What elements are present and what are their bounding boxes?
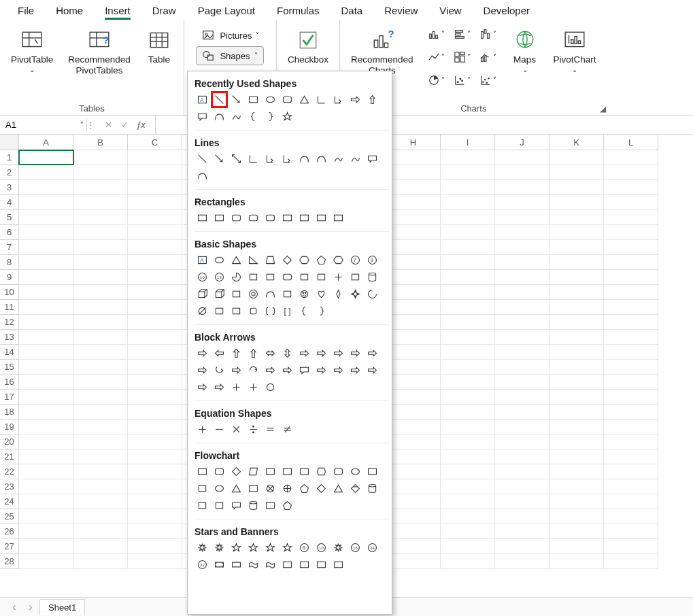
- column-header[interactable]: H: [386, 135, 441, 150]
- shape-thumb[interactable]: [195, 168, 210, 184]
- shape-thumb[interactable]: [297, 362, 312, 378]
- shape-thumb[interactable]: [297, 210, 312, 226]
- shape-thumb[interactable]: 24: [365, 540, 380, 555]
- shape-thumb[interactable]: [212, 379, 227, 395]
- pivottable-button[interactable]: PivotTable ⌄: [7, 24, 57, 76]
- shape-thumb[interactable]: [195, 345, 210, 361]
- shape-thumb[interactable]: [263, 269, 278, 285]
- shape-thumb[interactable]: [297, 345, 312, 361]
- shape-thumb[interactable]: [229, 252, 244, 268]
- shape-thumb[interactable]: [280, 422, 295, 437]
- row-header[interactable]: 4: [0, 195, 18, 210]
- chart-line-button[interactable]: ˅: [424, 48, 449, 67]
- shape-thumb[interactable]: [280, 362, 295, 378]
- shape-thumb[interactable]: [348, 286, 363, 302]
- shape-thumb[interactable]: [195, 151, 210, 167]
- shape-thumb[interactable]: [331, 481, 346, 496]
- column-header[interactable]: J: [495, 135, 550, 150]
- shape-thumb[interactable]: [365, 286, 380, 302]
- shape-thumb[interactable]: [297, 151, 312, 167]
- shape-thumb[interactable]: [246, 422, 261, 437]
- shape-thumb[interactable]: [263, 286, 278, 302]
- shape-thumb[interactable]: [229, 422, 244, 437]
- shape-thumb[interactable]: [280, 540, 295, 555]
- column-header[interactable]: C: [128, 135, 182, 150]
- row-header[interactable]: 17: [0, 390, 18, 405]
- row-header[interactable]: 12: [0, 315, 18, 330]
- shape-thumb[interactable]: [280, 92, 295, 107]
- shape-thumb[interactable]: [229, 151, 244, 167]
- namebox-resize-handle[interactable]: ⋮: [87, 120, 94, 130]
- shape-thumb[interactable]: [229, 362, 244, 378]
- row-header[interactable]: 7: [0, 240, 18, 255]
- chevron-down-icon[interactable]: ˅: [80, 122, 84, 129]
- shape-thumb[interactable]: [195, 379, 210, 395]
- shape-thumb[interactable]: [246, 303, 261, 319]
- shape-thumb[interactable]: [195, 109, 210, 124]
- shape-thumb[interactable]: [195, 498, 210, 513]
- shape-thumb[interactable]: [365, 362, 380, 378]
- row-header[interactable]: 8: [0, 255, 18, 270]
- shape-thumb[interactable]: [212, 498, 227, 513]
- shape-thumb[interactable]: [212, 422, 227, 437]
- shape-thumb[interactable]: [212, 92, 227, 107]
- shape-thumb[interactable]: [331, 286, 346, 302]
- row-header[interactable]: 1: [0, 150, 18, 165]
- chart-hierarchy-button[interactable]: ˅: [450, 48, 475, 67]
- row-header[interactable]: 14: [0, 345, 18, 360]
- shapes-button[interactable]: Shapes ˅: [196, 46, 264, 65]
- shape-thumb[interactable]: [229, 269, 244, 285]
- shape-thumb[interactable]: [314, 557, 329, 569]
- shape-thumb[interactable]: A: [195, 92, 210, 107]
- shape-thumb[interactable]: [246, 269, 261, 285]
- shape-thumb[interactable]: [212, 109, 227, 124]
- row-header[interactable]: 9: [0, 270, 18, 285]
- shape-thumb[interactable]: [246, 498, 261, 513]
- shape-thumb[interactable]: [246, 540, 261, 555]
- shape-thumb[interactable]: []: [280, 303, 295, 319]
- shape-thumb[interactable]: [280, 286, 295, 302]
- shape-thumb[interactable]: [263, 345, 278, 361]
- shape-thumb[interactable]: [365, 464, 380, 479]
- shape-thumb[interactable]: [212, 303, 227, 319]
- pictures-button[interactable]: Pictures ˅: [196, 26, 264, 45]
- row-header[interactable]: 6: [0, 225, 18, 240]
- shape-thumb[interactable]: [246, 557, 261, 569]
- shape-thumb[interactable]: [212, 252, 227, 268]
- shape-thumb[interactable]: [348, 151, 363, 167]
- fx-icon[interactable]: ƒx: [133, 118, 148, 133]
- shape-thumb[interactable]: [229, 481, 244, 496]
- shape-thumb[interactable]: [229, 464, 244, 479]
- shape-thumb[interactable]: [280, 252, 295, 268]
- shape-thumb[interactable]: [212, 540, 227, 555]
- shape-thumb[interactable]: [195, 540, 210, 555]
- shape-thumb[interactable]: [229, 286, 244, 302]
- shape-thumb[interactable]: [280, 210, 295, 226]
- shape-thumb[interactable]: [365, 345, 380, 361]
- shape-thumb[interactable]: [246, 464, 261, 479]
- shape-thumb[interactable]: [280, 498, 295, 513]
- shape-thumb[interactable]: [246, 252, 261, 268]
- shape-thumb[interactable]: [246, 210, 261, 226]
- row-header[interactable]: 3: [0, 180, 18, 195]
- row-header[interactable]: 20: [0, 434, 18, 449]
- row-header[interactable]: 28: [0, 554, 18, 569]
- row-header[interactable]: 5: [0, 210, 18, 225]
- shape-thumb[interactable]: [195, 286, 210, 302]
- shape-thumb[interactable]: [331, 464, 346, 479]
- shape-thumb[interactable]: [195, 464, 210, 479]
- row-header[interactable]: 22: [0, 464, 18, 479]
- shape-thumb[interactable]: [331, 362, 346, 378]
- shape-thumb[interactable]: [348, 362, 363, 378]
- tab-formulas[interactable]: Formulas: [266, 2, 331, 20]
- name-box[interactable]: ˅: [0, 119, 87, 131]
- tab-developer[interactable]: Developer: [473, 2, 541, 20]
- shape-thumb[interactable]: [348, 92, 363, 107]
- shape-thumb[interactable]: [280, 557, 295, 569]
- row-header[interactable]: 18: [0, 405, 18, 420]
- shape-thumb[interactable]: [331, 540, 346, 555]
- shape-thumb[interactable]: [297, 269, 312, 285]
- shape-thumb[interactable]: [280, 151, 295, 167]
- row-header[interactable]: 16: [0, 375, 18, 390]
- shape-thumb[interactable]: [263, 252, 278, 268]
